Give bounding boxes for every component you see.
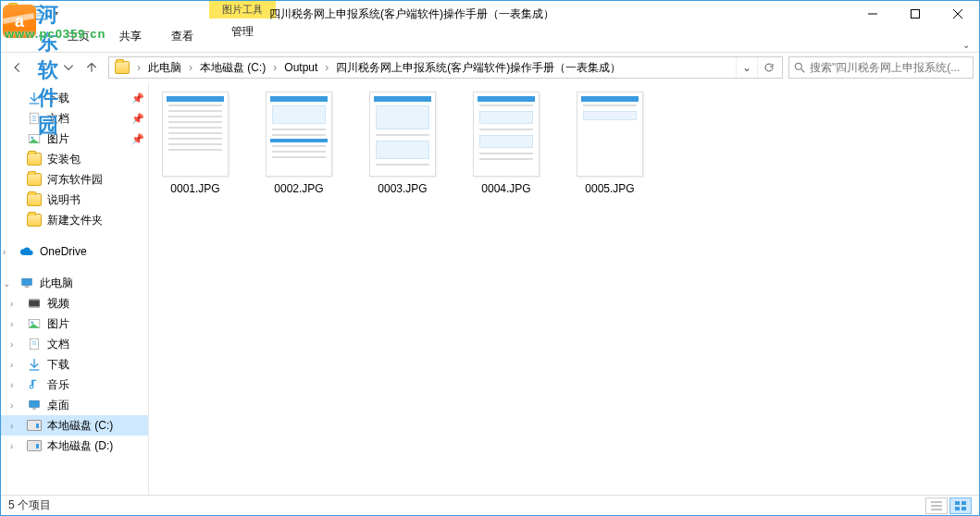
sidebar-item-label: 此电脑 (40, 276, 73, 291)
close-button[interactable] (937, 1, 979, 27)
expand-icon[interactable]: › (3, 247, 6, 257)
sidebar-item-drive-d[interactable]: ›本地磁盘 (D:) (1, 436, 148, 456)
file-item[interactable]: 0004.JPG (464, 92, 549, 195)
breadcrumb-thispc[interactable]: 此电脑 (144, 57, 185, 78)
address-bar[interactable]: › 此电脑 › 本地磁盘 (C:) › Output › 四川税务网上申报系统(… (108, 56, 783, 79)
breadcrumb-sep-icon[interactable]: › (321, 57, 332, 78)
sidebar-item-downloads2[interactable]: ›下载 (1, 354, 148, 375)
tab-share[interactable]: 共享 (110, 25, 151, 48)
breadcrumb-sep-icon[interactable]: › (269, 57, 280, 78)
sidebar-item-label: 本地磁盘 (D:) (47, 438, 113, 454)
context-tab-label[interactable]: 管理 (209, 18, 276, 43)
onedrive-icon (19, 244, 34, 259)
tab-home[interactable]: 主页 (58, 25, 99, 48)
file-label: 0003.JPG (378, 182, 427, 195)
file-list[interactable]: 0001.JPG 0002.JPG 0003.JPG 0004.JPG 0005… (149, 82, 979, 495)
sidebar-item-desktop[interactable]: ›桌面 (1, 395, 148, 415)
sidebar-item-onedrive[interactable]: ›OneDrive (1, 241, 148, 262)
address-dropdown-icon[interactable]: ⌄ (736, 57, 757, 78)
address-bar-buttons: ⌄ (736, 57, 780, 78)
pin-icon: 📌 (131, 92, 144, 104)
svg-rect-28 (30, 400, 40, 407)
sidebar-item-thispc[interactable]: ⌄此电脑 (1, 273, 148, 293)
svg-line-9 (801, 69, 805, 73)
svg-rect-18 (25, 287, 30, 288)
sidebar-item-documents[interactable]: 文档📌 (1, 108, 148, 129)
sidebar-item-newfolder[interactable]: 新建文件夹 (1, 210, 148, 230)
sidebar-item-label: 音乐 (47, 377, 69, 393)
sidebar-item-music[interactable]: ›音乐 (1, 375, 148, 395)
document-icon (27, 337, 42, 351)
sidebar-item-videos[interactable]: ›视频 (1, 293, 148, 313)
svg-rect-5 (912, 10, 920, 18)
maximize-button[interactable] (894, 1, 937, 27)
expand-icon[interactable]: ⌄ (3, 278, 10, 289)
breadcrumb-folder[interactable]: 四川税务网上申报系统(客户端软件)操作手册（一表集成） (332, 57, 625, 78)
breadcrumb-output[interactable]: Output (280, 57, 321, 78)
nav-forward-button[interactable] (34, 56, 56, 79)
nav-up-button[interactable] (81, 56, 103, 79)
download-icon (27, 357, 42, 372)
tab-view[interactable]: 查看 (162, 25, 203, 48)
view-large-icons-button[interactable] (949, 498, 972, 514)
svg-rect-19 (29, 301, 40, 307)
quick-access-toolbar: ▾ (1, 1, 58, 21)
status-item-count: 5 个项目 (8, 498, 51, 513)
videos-icon (27, 296, 42, 311)
sidebar-item-label: 河东软件园 (47, 172, 103, 188)
expand-icon[interactable]: › (10, 380, 13, 390)
pin-icon: 📌 (131, 133, 144, 145)
sidebar-item-label: 下载 (47, 91, 69, 106)
explorer-icon[interactable] (6, 5, 27, 21)
sidebar-item-drive-c[interactable]: ›本地磁盘 (C:) (1, 415, 148, 436)
file-label: 0001.JPG (170, 182, 219, 195)
search-input[interactable]: 搜索"四川税务网上申报系统(... (788, 56, 974, 79)
expand-icon[interactable]: › (10, 400, 13, 411)
expand-icon[interactable]: › (10, 319, 13, 329)
sidebar-item-documents2[interactable]: ›文档 (1, 334, 148, 354)
svg-rect-34 (961, 501, 966, 505)
qat-dropdown-icon[interactable]: ▾ (55, 9, 58, 18)
svg-rect-33 (955, 501, 960, 505)
nav-back-button[interactable] (6, 56, 29, 79)
minimize-button[interactable] (851, 1, 894, 27)
svg-rect-35 (955, 507, 960, 510)
status-bar: 5 个项目 (1, 495, 979, 515)
svg-point-23 (31, 322, 33, 324)
context-tab-header: 图片工具 (209, 1, 276, 18)
sidebar-item-downloads[interactable]: 下载📌 (1, 88, 148, 108)
file-item[interactable]: 0003.JPG (360, 92, 445, 195)
sidebar-item-install-pkg[interactable]: 安装包 (1, 149, 148, 169)
pc-icon (19, 276, 34, 290)
file-item[interactable]: 0002.JPG (256, 92, 341, 195)
address-bar-row: › 此电脑 › 本地磁盘 (C:) › Output › 四川税务网上申报系统(… (1, 53, 979, 82)
folder-icon (27, 213, 42, 227)
svg-rect-36 (961, 507, 966, 510)
breadcrumb-sep-icon[interactable]: › (185, 57, 196, 78)
expand-icon[interactable]: › (10, 441, 13, 451)
ribbon-context-tab[interactable]: 图片工具 管理 (209, 1, 276, 43)
navigation-pane[interactable]: 下载📌 文档📌 图片📌 安装包 河东软件园 说明书 新建文件夹 ›OneDriv… (1, 82, 149, 495)
expand-icon[interactable]: › (10, 421, 13, 431)
nav-recent-dropdown[interactable] (62, 56, 75, 79)
ribbon-expand-icon[interactable]: ⌄ (962, 40, 970, 50)
view-details-button[interactable] (925, 498, 948, 514)
breadcrumb-sep-icon[interactable]: › (133, 57, 144, 78)
file-item[interactable]: 0005.JPG (567, 92, 652, 195)
sidebar-item-hedong[interactable]: 河东软件园 (1, 169, 148, 190)
properties-icon[interactable] (32, 5, 49, 21)
folder-icon (27, 172, 42, 187)
expand-icon[interactable]: › (10, 299, 13, 309)
folder-icon (27, 192, 42, 207)
breadcrumb-drive[interactable]: 本地磁盘 (C:) (196, 57, 269, 78)
sidebar-item-pictures[interactable]: 图片📌 (1, 129, 148, 149)
sidebar-item-manual[interactable]: 说明书 (1, 190, 148, 210)
address-folder-icon (115, 61, 130, 74)
file-item[interactable]: 0001.JPG (153, 92, 238, 195)
sidebar-item-pictures2[interactable]: ›图片 (1, 313, 148, 334)
expand-icon[interactable]: › (10, 360, 13, 370)
expand-icon[interactable]: › (10, 339, 13, 350)
refresh-icon[interactable] (757, 57, 780, 78)
file-thumbnail (369, 92, 436, 177)
download-icon (27, 91, 42, 105)
